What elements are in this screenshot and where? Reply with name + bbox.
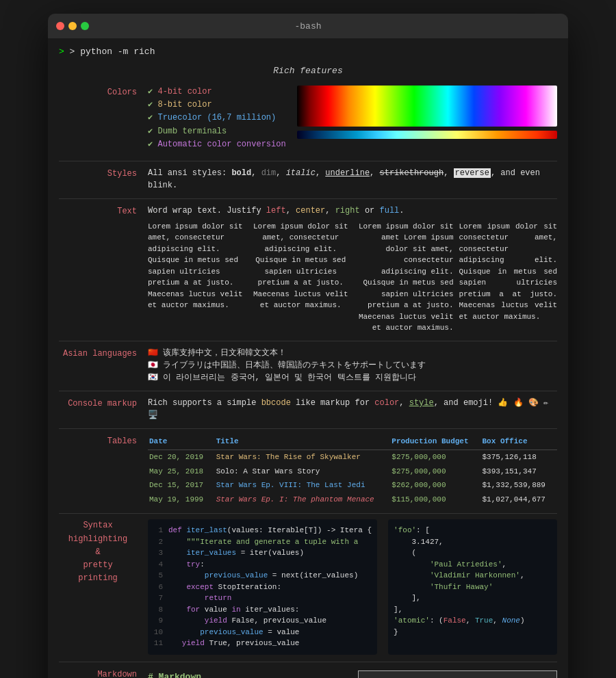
table-row: Dec 20, 2019 Star Wars: The Rise of Skyw… bbox=[148, 450, 557, 465]
code-block: 1def iter_last(values: Iterable[T]) -> I… bbox=[148, 519, 377, 655]
color-checklist: ✔ 4-bit color ✔ 8-bit color ✔ Truecolor … bbox=[148, 86, 286, 151]
text-label: Text bbox=[59, 205, 148, 218]
console-row: Console markup Rich supports a simple bb… bbox=[59, 397, 557, 421]
asian-line-1: 🇨🇳 该库支持中文，日文和韓文文本！ bbox=[148, 347, 557, 359]
markdown-content: # Markdown Supports much of the *markdow… bbox=[148, 668, 557, 678]
table-row: Dec 15, 2017 Star Wars Ep. VIII: The Las… bbox=[148, 478, 557, 493]
syntax-label: Syntaxhighlighting&prettyprinting bbox=[59, 519, 137, 585]
styles-content: All ansi styles: bold, dim, italic, unde… bbox=[148, 167, 557, 192]
asian-content: 🇨🇳 该库支持中文，日文和韓文文本！ 🇯🇵 ライブラリは中国語、日本語、韓国語の… bbox=[148, 347, 557, 384]
colors-content: ✔ 4-bit color ✔ 8-bit color ✔ Truecolor … bbox=[148, 86, 557, 154]
asian-row: Asian languages 🇨🇳 该库支持中文，日文和韓文文本！ 🇯🇵 ライ… bbox=[59, 347, 557, 384]
gradient-bar-2 bbox=[297, 131, 557, 139]
col-title: Title bbox=[215, 434, 391, 450]
markdown-right: Markdown Supports much of the markdown, … bbox=[358, 670, 557, 678]
lorem-col-4: Lorem ipsum dolor sit consectetur amet, … bbox=[459, 221, 558, 334]
terminal-body: > > python -m rich Rich features Colors … bbox=[48, 38, 568, 678]
color-item-4bit: ✔ 4-bit color bbox=[148, 86, 286, 99]
text-content: Word wrap text. Justify left, center, ri… bbox=[148, 205, 557, 334]
markdown-box: Markdown bbox=[358, 670, 557, 678]
titlebar: -bash bbox=[48, 14, 568, 38]
section-title: Rich features bbox=[59, 64, 557, 78]
syntax-label-col: Syntaxhighlighting&prettyprinting bbox=[59, 519, 148, 585]
traffic-lights bbox=[56, 22, 89, 30]
gradient-bar-1 bbox=[297, 86, 557, 127]
prompt-line: > > python -m rich bbox=[59, 45, 557, 59]
asian-label: Asian languages bbox=[59, 347, 148, 360]
markdown-section: # Markdown Supports much of the *markdow… bbox=[148, 670, 557, 678]
syntax-row: Syntaxhighlighting&prettyprinting 1def i… bbox=[59, 519, 557, 655]
md-title: # Markdown bbox=[148, 670, 347, 678]
lorem-col-1: Lorem ipsum dolor sit amet, consectetur … bbox=[148, 221, 246, 334]
syntax-content: 1def iter_last(values: Iterable[T]) -> I… bbox=[148, 519, 557, 655]
gradient-bars bbox=[297, 86, 557, 154]
col-date: Date bbox=[148, 434, 215, 450]
terminal-window: -bash > > python -m rich Rich features C… bbox=[48, 14, 568, 678]
lorem-grid: Lorem ipsum dolor sit amet, consectetur … bbox=[148, 221, 557, 334]
markdown-left: # Markdown Supports much of the *markdow… bbox=[148, 670, 347, 678]
styles-row: Styles All ansi styles: bold, dim, itali… bbox=[59, 167, 557, 192]
console-content: Rich supports a simple bbcode like marku… bbox=[148, 397, 557, 421]
col-box: Box Office bbox=[481, 434, 557, 450]
colors-row: Colors ✔ 4-bit color ✔ 8-bit color ✔ Tru… bbox=[59, 86, 557, 154]
text-row: Text Word wrap text. Justify left, cente… bbox=[59, 205, 557, 334]
lorem-col-3: Lorem ipsum dolor sit amet Lorem ipsum d… bbox=[355, 221, 454, 334]
prompt-command: > python -m rich bbox=[70, 47, 155, 57]
minimize-button[interactable] bbox=[68, 22, 77, 30]
asian-line-3: 🇰🇷 이 라이브러리는 중국어, 일본어 및 한국어 텍스트를 지원합니다 bbox=[148, 371, 557, 384]
tables-row: Tables Date Title Production Budget Box … bbox=[59, 434, 557, 507]
tables-content: Date Title Production Budget Box Office … bbox=[148, 434, 557, 507]
movies-table: Date Title Production Budget Box Office … bbox=[148, 434, 557, 507]
table-row: May 25, 2018 Solo: A Star Wars Story $27… bbox=[148, 465, 557, 479]
color-item-auto: ✔ Automatic color conversion bbox=[148, 138, 286, 151]
syntax-area: 1def iter_last(values: Iterable[T]) -> I… bbox=[148, 519, 557, 655]
col-budget: Production Budget bbox=[390, 434, 480, 450]
lorem-col-2: Lorem ipsum dolor sit amet, consectetur … bbox=[252, 221, 350, 334]
window-title: -bash bbox=[294, 21, 321, 31]
close-button[interactable] bbox=[56, 22, 64, 30]
prompt-symbol: > bbox=[59, 47, 70, 57]
console-label: Console markup bbox=[59, 397, 148, 410]
json-block: 'foo': [ 3.1427, ( 'Paul Atriedies', 'Vl… bbox=[388, 519, 557, 655]
colors-label: Colors bbox=[59, 86, 148, 99]
markdown-label: Markdown bbox=[59, 668, 148, 678]
styles-label: Styles bbox=[59, 167, 148, 180]
markdown-row: Markdown # Markdown Supports much of the… bbox=[59, 668, 557, 678]
color-item-8bit: ✔ 8-bit color bbox=[148, 99, 286, 112]
table-row: May 19, 1999 Star Wars Ep. I: The phanto… bbox=[148, 493, 557, 507]
tables-label: Tables bbox=[59, 434, 148, 447]
color-item-dumb: ✔ Dumb terminals bbox=[148, 125, 286, 138]
asian-line-2: 🇯🇵 ライブラリは中国語、日本語、韓国語のテキストをサポートしています bbox=[148, 359, 557, 371]
fullscreen-button[interactable] bbox=[81, 22, 89, 30]
color-item-truecolor: ✔ Truecolor (16,7 million) bbox=[148, 112, 286, 125]
